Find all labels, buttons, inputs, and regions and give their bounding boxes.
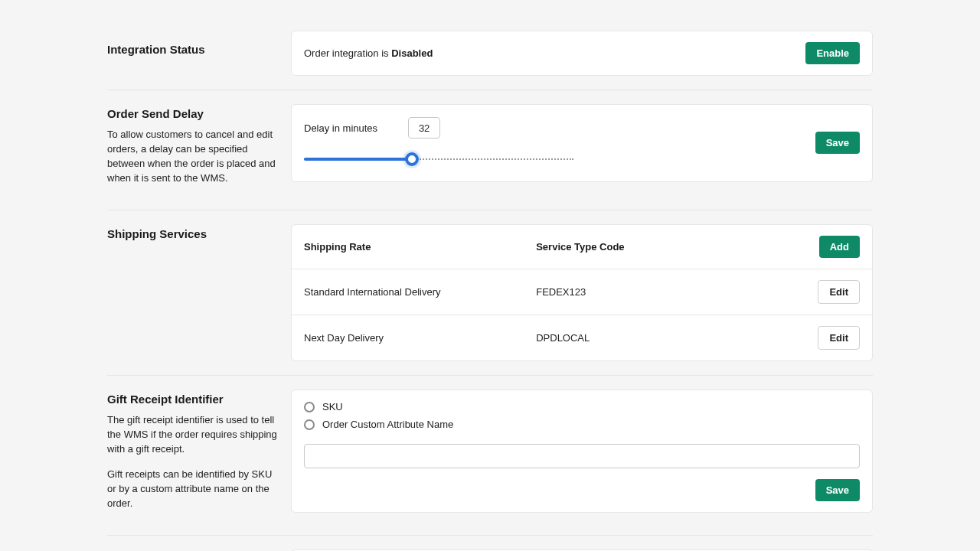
gift-radio-sku-row[interactable]: SKU (304, 401, 860, 412)
slider-thumb[interactable] (405, 152, 419, 166)
gift-radio-sku-label: SKU (322, 401, 343, 412)
gift-receipt-heading: Gift Receipt Identifier (107, 393, 279, 406)
delay-save-button[interactable]: Save (815, 132, 860, 154)
slider-fill (304, 158, 412, 161)
gift-receipt-card: SKU Order Custom Attribute Name Save (291, 390, 873, 513)
integration-status-prefix: Order integration is (304, 47, 391, 59)
shipping-services-heading: Shipping Services (107, 227, 279, 240)
shipping-col-code: Service Type Code (524, 225, 727, 269)
gift-receipt-input[interactable] (304, 444, 860, 468)
order-send-delay-heading: Order Send Delay (107, 107, 279, 120)
shipping-rate-cell: Next Day Delivery (292, 315, 524, 361)
integration-status-card: Order integration is Disabled Enable (291, 31, 873, 76)
shipping-code-cell: FEDEX123 (524, 269, 727, 315)
shipping-edit-button[interactable]: Edit (818, 326, 860, 350)
order-send-delay-description: To allow customers to cancel and edit or… (107, 128, 279, 185)
shipping-services-card: Shipping Rate Service Type Code Add Stan… (291, 224, 873, 361)
integration-status-state: Disabled (391, 47, 433, 59)
gift-receipt-p2: Gift receipts can be identified by SKU o… (107, 468, 279, 511)
delay-minutes-input[interactable] (408, 117, 440, 139)
delay-slider[interactable] (304, 151, 573, 168)
gift-receipt-p1: The gift receipt identifier is used to t… (107, 413, 279, 457)
integration-enable-button[interactable]: Enable (805, 42, 860, 64)
radio-icon (304, 419, 315, 430)
radio-icon (304, 402, 315, 412)
shipping-col-rate: Shipping Rate (292, 225, 524, 269)
shipping-rate-cell: Standard International Delivery (292, 269, 524, 315)
gift-radio-attr-label: Order Custom Attribute Name (322, 419, 453, 430)
shipping-row: Standard International DeliveryFEDEX123E… (292, 269, 872, 315)
gift-radio-attr-row[interactable]: Order Custom Attribute Name (304, 419, 860, 430)
shipping-edit-button[interactable]: Edit (818, 280, 860, 304)
shipping-add-button[interactable]: Add (819, 236, 860, 258)
shipping-row: Next Day DeliveryDPDLOCALEdit (292, 315, 872, 361)
integration-status-text: Order integration is Disabled (304, 47, 433, 59)
shipping-code-cell: DPDLOCAL (524, 315, 727, 361)
delay-label: Delay in minutes (304, 122, 377, 134)
integration-status-heading: Integration Status (107, 43, 279, 56)
delay-card: Delay in minutes Save (291, 104, 873, 182)
gift-receipt-save-button[interactable]: Save (815, 479, 860, 501)
